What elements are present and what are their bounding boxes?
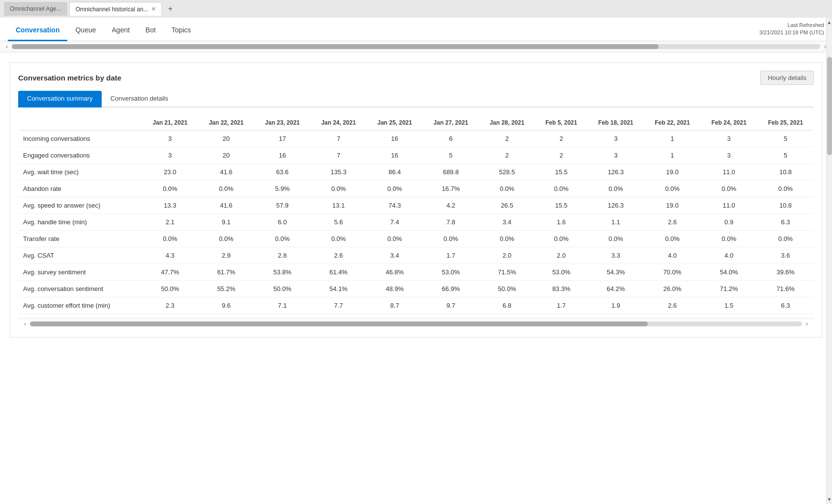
cell-value: 5	[757, 147, 814, 164]
nav-item-agent[interactable]: Agent	[104, 20, 138, 41]
right-scrollbar[interactable]: ▲ ▼	[826, 18, 832, 504]
cell-value: 0.0%	[701, 181, 757, 197]
cell-value: 11.0	[701, 164, 757, 181]
scroll-track-top[interactable]	[12, 44, 820, 49]
cell-value: 5	[757, 131, 814, 147]
metrics-table-wrapper: Jan 21, 2021 Jan 22, 2021 Jan 23, 2021 J…	[18, 115, 814, 314]
cell-value: 4.3	[142, 247, 198, 264]
right-scroll-down[interactable]: ▼	[827, 497, 832, 502]
right-scroll-thumb	[827, 57, 832, 155]
cell-value: 6.3	[757, 214, 814, 231]
cell-value: 0.0%	[644, 181, 700, 197]
cell-value: 1.6	[535, 214, 587, 231]
cell-value: 7.7	[310, 297, 366, 314]
sub-tab-details[interactable]: Conversation details	[102, 91, 177, 107]
bottom-scroll-right-arrow[interactable]: ›	[804, 320, 810, 327]
nav-item-topics[interactable]: Topics	[164, 20, 199, 41]
cell-value: 3.6	[757, 247, 814, 264]
cell-value: 2.0	[535, 247, 587, 264]
tab-label-inactive: Omnichannel Age...	[10, 5, 61, 12]
col-date-10: Feb 22, 2021	[644, 115, 700, 131]
cell-value: 7.8	[423, 214, 479, 231]
cell-value: 2.1	[142, 214, 198, 231]
cell-value: 53.0%	[535, 264, 587, 281]
cell-value: 71.2%	[701, 281, 757, 297]
cell-value: 3	[587, 147, 644, 164]
cell-value: 0.0%	[757, 181, 814, 197]
table-header-row: Jan 21, 2021 Jan 22, 2021 Jan 23, 2021 J…	[18, 115, 814, 131]
cell-value: 53.0%	[423, 264, 479, 281]
col-date-9: Feb 18, 2021	[587, 115, 644, 131]
cell-value: 13.1	[310, 197, 366, 214]
tab-close-icon[interactable]: ✕	[151, 6, 156, 12]
cell-value: 1.7	[535, 297, 587, 314]
cell-value: 5.6	[310, 214, 366, 231]
sub-tab-summary[interactable]: Conversation summary	[18, 91, 102, 107]
cell-value: 2.9	[198, 247, 254, 264]
table-row: Incoming conversations320177166223135	[18, 131, 814, 147]
cell-value: 61.7%	[198, 264, 254, 281]
nav-item-conversation[interactable]: Conversation	[8, 20, 67, 41]
cell-value: 528.5	[479, 164, 535, 181]
cell-value: 26.0%	[644, 281, 700, 297]
cell-value: 64.2%	[587, 281, 644, 297]
table-row: Avg. speed to answer (sec)13.341.657.913…	[18, 197, 814, 214]
cell-value: 2.3	[142, 297, 198, 314]
table-row: Avg. handle time (min)2.19.16.05.67.47.8…	[18, 214, 814, 231]
cell-value: 63.6	[254, 164, 310, 181]
cell-value: 0.0%	[757, 231, 814, 247]
cell-value: 689.8	[423, 164, 479, 181]
metric-label: Avg. survey sentiment	[18, 264, 142, 281]
nav-item-bot[interactable]: Bot	[138, 20, 164, 41]
bottom-scroll-left-arrow[interactable]: ‹	[22, 320, 28, 327]
top-nav: Conversation Queue Agent Bot Topics Last…	[0, 18, 832, 41]
tab-active[interactable]: Omnichannel historical an... ✕	[69, 2, 162, 16]
col-date-12: Feb 25, 2021	[757, 115, 814, 131]
table-row: Avg. CSAT4.32.92.82.63.41.72.02.03.34.04…	[18, 247, 814, 264]
cell-value: 0.0%	[535, 181, 587, 197]
metrics-card: Conversation metrics by date Hourly deta…	[10, 62, 822, 338]
cell-value: 3	[142, 147, 198, 164]
cell-value: 0.0%	[310, 181, 366, 197]
metric-label: Avg. customer effort time (min)	[18, 297, 142, 314]
cell-value: 54.0%	[701, 264, 757, 281]
col-date-8: Feb 5, 2021	[535, 115, 587, 131]
scroll-left-arrow[interactable]: ‹	[4, 43, 10, 50]
cell-value: 126.3	[587, 197, 644, 214]
scroll-track-bottom[interactable]	[30, 321, 802, 326]
table-row: Avg. wait time (sec)23.041.663.6135.386.…	[18, 164, 814, 181]
cell-value: 20	[198, 131, 254, 147]
cell-value: 16	[366, 147, 422, 164]
tab-inactive[interactable]: Omnichannel Age...	[4, 2, 67, 16]
cell-value: 6.0	[254, 214, 310, 231]
cell-value: 1.5	[701, 297, 757, 314]
cell-value: 9.6	[198, 297, 254, 314]
cell-value: 0.0%	[587, 231, 644, 247]
cell-value: 9.7	[423, 297, 479, 314]
cell-value: 71.6%	[757, 281, 814, 297]
cell-value: 0.0%	[198, 231, 254, 247]
hourly-details-button[interactable]: Hourly details	[760, 71, 814, 85]
cell-value: 0.0%	[366, 181, 422, 197]
col-date-3: Jan 23, 2021	[254, 115, 310, 131]
cell-value: 1.9	[587, 297, 644, 314]
cell-value: 0.0%	[366, 231, 422, 247]
cell-value: 47.7%	[142, 264, 198, 281]
cell-value: 9.1	[198, 214, 254, 231]
right-scroll-up[interactable]: ▲	[827, 20, 832, 25]
cell-value: 11.0	[701, 197, 757, 214]
cell-value: 2	[479, 131, 535, 147]
scroll-thumb-top	[12, 44, 659, 49]
cell-value: 2.6	[310, 247, 366, 264]
cell-value: 83.3%	[535, 281, 587, 297]
cell-value: 0.0%	[254, 231, 310, 247]
metrics-table: Jan 21, 2021 Jan 22, 2021 Jan 23, 2021 J…	[18, 115, 814, 314]
new-tab-button[interactable]: +	[164, 2, 177, 15]
cell-value: 0.0%	[587, 181, 644, 197]
cell-value: 86.4	[366, 164, 422, 181]
cell-value: 3	[587, 131, 644, 147]
content-area: Conversation metrics by date Hourly deta…	[0, 53, 832, 504]
metric-label: Avg. speed to answer (sec)	[18, 197, 142, 214]
nav-item-queue[interactable]: Queue	[67, 20, 104, 41]
top-scroll-area: ‹ ›	[0, 41, 832, 53]
